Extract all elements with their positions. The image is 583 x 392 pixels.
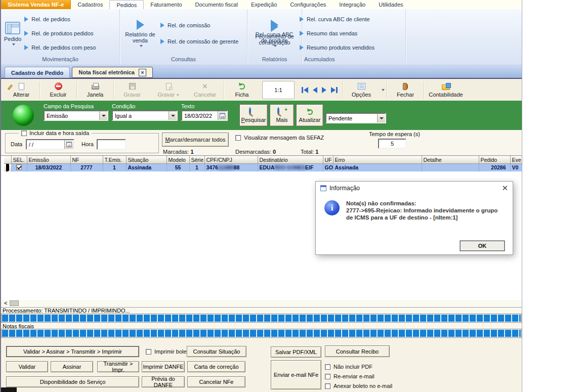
excluir-button[interactable]: Excluir [40,80,76,100]
anexar-boleto-checkbox[interactable] [325,383,330,389]
alterar-button[interactable]: Alterar [3,80,39,100]
tempo-espera-input[interactable]: 5 [378,139,406,149]
pesquisar-button[interactable]: Pesquisar [239,104,268,126]
nao-incluir-pdf-checkbox[interactable] [325,364,330,370]
col-temis[interactable]: T.Emis. [103,156,126,164]
processamento-progressbar [1,314,522,323]
menu-item-rel-comissao[interactable]: Rel. de comissão [160,22,238,28]
tab-cadastro-pedido[interactable]: Cadastro de Pedido [5,67,70,78]
incluir-data-checkbox[interactable] [21,130,27,136]
col-destinatario[interactable]: Destinatário [258,156,323,164]
menu-tab-documento-fiscal[interactable]: Documento fiscal [189,0,244,9]
texto-input[interactable]: 18/03/202215 [181,110,228,121]
col-detalhe[interactable]: Detalhe [422,156,479,164]
marcar-desmarcar-button[interactable]: Marcar/desmarcar todos [162,133,229,147]
assinar-button[interactable]: Assinar [51,361,93,372]
validar-assinar-transmitir-imprimir-button[interactable]: Validar > Assinar > Transmitir > Imprimi… [6,346,139,357]
ok-button[interactable]: OK [460,241,505,251]
mais-button[interactable]: + Mais [270,104,294,126]
condicao-select[interactable]: Igual a [112,110,178,121]
transmitir-impr-button[interactable]: Transmitir > Impr. [97,361,139,372]
opcoes-dropdown-button[interactable] [380,89,387,91]
col-situacao[interactable]: Situação [126,156,166,164]
scrollbar-thumb[interactable] [10,300,19,306]
calendar-button[interactable]: 15 [64,140,73,149]
menu-tab-integracao[interactable]: Integração [332,0,372,9]
calendar-button[interactable]: 15 [218,111,227,120]
pedido-button[interactable]: Pedido [4,22,21,46]
consultar-recibo-button[interactable]: Consultar Recibo [325,345,390,357]
janela-button[interactable]: Janela [77,80,113,100]
last-record-button[interactable] [331,87,338,93]
menu-tab-utilidades[interactable]: Utilidades [372,0,409,9]
cancelar-button[interactable]: ×Cancelar [187,80,223,100]
col-nf[interactable]: NF [70,156,103,164]
table-row[interactable]: 18/03/2022 2777 1 Assinada 55 1 34761118… [4,164,522,171]
chevron-down-icon[interactable] [99,111,107,120]
menu-tab-expedicao[interactable]: Expedição [244,0,283,9]
col-pedido[interactable]: Pedido [479,156,510,164]
col-uf[interactable]: UF [323,156,333,164]
consultar-situacao-button[interactable]: Consultar Situação [187,346,246,357]
relatorio-venda-button[interactable]: Relatório de venda [123,20,157,47]
menu-item-rel-curva-abc-cliente[interactable]: Rel. curva ABC de cliente [300,16,374,22]
menu-item-rel-pedidos[interactable]: Rel. de pedidos [24,16,96,22]
app-button[interactable]: Sistema Vendas NF-e [1,0,71,9]
row-checkbox[interactable] [16,164,22,170]
col-erro[interactable]: Erro [333,156,422,164]
validar-button[interactable]: Validar [6,361,48,372]
rel-curva-abc-produto-button[interactable]: Rel. curva ABC de produto [252,20,297,47]
calendar-icon: 15 [66,142,72,147]
col-cpf-cnpj[interactable]: CPF/CNPJ [204,156,258,164]
status-filter-select[interactable]: Pendente [325,113,386,123]
imprimir-boleto-checkbox[interactable] [146,349,151,355]
menu-item-rel-comissao-gerente[interactable]: Rel. de comissão de gerente [160,38,238,45]
gravar-button[interactable]: Gravar [114,80,150,100]
previous-record-button[interactable] [313,87,317,93]
menu-item-resumo-produtos-vendidos[interactable]: Resumo produtos vendidos [300,45,374,51]
imprimir-danfe-button[interactable]: Imprimir DANFE [142,361,185,372]
tab-nota-fiscal-eletronica[interactable]: Nota fiscal eletrônica × [72,67,153,78]
next-record-button[interactable] [322,87,326,93]
menu-item-rel-produtos-pedidos[interactable]: Rel. de produtos pedidos [24,30,96,36]
atualizar-button[interactable]: Atualizar [296,104,323,126]
menu-tab-pedidos[interactable]: Pedidos [109,0,144,9]
sefaz-checkbox[interactable] [235,135,241,141]
chevron-down-icon [274,45,277,47]
processamento-label: Processamento: TRANSMITINDO / IMPRIMINDO… [3,308,130,314]
salvar-pdf-xml-button[interactable]: Salvar PDF/XML [271,346,321,358]
previa-danfe-button[interactable]: Prévia do DANFE [142,376,185,387]
row-marker-header[interactable] [4,156,11,164]
campo-pesquisa-select[interactable]: Emissão [44,110,108,121]
ficha-button[interactable]: Ficha [224,80,260,100]
opcoes-button[interactable]: Opções [343,80,380,100]
fechar-button[interactable]: Fechar [387,80,424,100]
total-label: Total: 1 [301,149,318,155]
horizontal-scrollbar[interactable]: < [1,300,522,307]
carta-correcao-button[interactable]: Carta de correção [187,361,245,372]
col-evento[interactable]: Eve [510,156,522,164]
menu-item-rel-pedidos-peso[interactable]: Rel. de pedidos com peso [24,45,96,51]
menu-tab-configuracoes[interactable]: Configurações [283,0,332,9]
scroll-left-icon[interactable]: < [4,300,7,306]
cancelar-nfe-button[interactable]: Cancelar NFe [187,376,245,387]
disponibilidade-servico-button[interactable]: Disponibilidade do Serviço [6,376,139,387]
col-sel[interactable]: SEL. [11,156,27,164]
close-icon[interactable]: ✕ [502,184,508,192]
chevron-down-icon[interactable] [377,114,385,122]
menu-tab-cadastros[interactable]: Cadastros [71,0,109,9]
col-emissao[interactable]: Emissão [27,156,70,164]
menu-tab-faturamento[interactable]: Faturamento [144,0,188,9]
col-modelo[interactable]: Modelo [166,156,189,164]
hora-saida-input[interactable] [97,139,126,150]
chevron-down-icon[interactable] [169,111,177,120]
data-saida-input[interactable]: / / 15 [26,139,74,150]
enviar-email-nfe-button[interactable]: Enviar e-mail NFe [271,360,321,389]
menu-item-resumo-vendas[interactable]: Resumo das vendas [300,30,374,36]
reenviar-email-checkbox[interactable] [325,374,330,379]
close-tab-icon[interactable]: × [139,69,146,76]
first-record-button[interactable] [302,87,308,93]
gravar-mais-button[interactable]: Gravar + [150,80,187,100]
contabilidade-button[interactable]: Contabilidade [424,80,468,100]
col-serie[interactable]: Série [189,156,204,164]
